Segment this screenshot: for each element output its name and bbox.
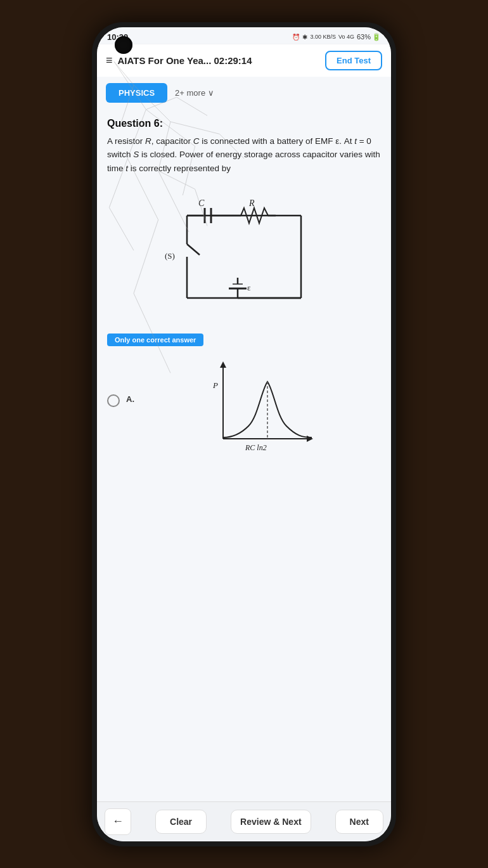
alarm-icon: ⏰ [292, 34, 300, 41]
menu-icon[interactable]: ≡ [106, 54, 113, 67]
battery-icon: 🔋 [372, 33, 381, 41]
svg-text:RC ln2: RC ln2 [245, 443, 267, 452]
camera-hole [115, 36, 132, 54]
tabs-bar: PHYSICS 2+ more ∨ [97, 77, 391, 109]
option-a-row[interactable]: A. [107, 356, 381, 458]
main-content: Question 6: A resistor R, capacitor C is… [97, 109, 391, 801]
svg-text:ε: ε [247, 283, 251, 292]
bluetooth-icon: ✱ [302, 34, 307, 41]
back-icon: ← [112, 815, 124, 828]
question-text: A resistor R, capacitor C is connected w… [107, 134, 381, 176]
option-a-label: A. [126, 394, 134, 404]
header-left: ≡ AIATS For One Yea... 02:29:14 [106, 54, 252, 67]
next-button[interactable]: Next [335, 810, 383, 834]
clear-button[interactable]: Clear [155, 810, 207, 834]
question-number: Question 6: [107, 118, 381, 129]
status-bar: 10:39 ⏰ ✱ 3.00 KB/S Vo 4G 63% 🔋 [97, 27, 391, 44]
circuit-svg: C R ε [149, 184, 339, 323]
app-header: ≡ AIATS For One Yea... 02:29:14 End Test [97, 44, 391, 77]
tab-more[interactable]: 2+ more ∨ [175, 88, 214, 98]
status-icons: ⏰ ✱ 3.00 KB/S Vo 4G 63% 🔋 [292, 33, 381, 41]
option-a-radio[interactable] [107, 394, 120, 407]
tab-physics[interactable]: PHYSICS [106, 83, 167, 103]
back-button[interactable]: ← [105, 808, 131, 835]
header-title: AIATS For One Yea... 02:29:14 [118, 55, 252, 66]
battery-level: 63% 🔋 [357, 33, 381, 41]
option-a-graph: P RC ln2 [141, 356, 381, 458]
graph-svg: P RC ln2 [198, 356, 324, 458]
svg-text:(S): (S) [165, 251, 175, 261]
svg-line-4 [187, 244, 200, 255]
answer-type-badge: Only one correct answer [107, 334, 203, 346]
review-next-button[interactable]: Review & Next [231, 810, 311, 834]
circuit-diagram: C R ε [107, 184, 381, 323]
svg-text:R: R [248, 198, 255, 208]
network-speed: 3.00 KB/S [310, 34, 336, 40]
signal-type: Vo 4G [338, 34, 354, 40]
bottom-nav: ← Clear Review & Next Next [97, 801, 391, 841]
chevron-down-icon: ∨ [208, 88, 214, 98]
svg-text:C: C [198, 198, 205, 208]
tab-more-label: 2+ more [175, 88, 205, 98]
svg-marker-22 [220, 361, 226, 368]
svg-marker-24 [307, 436, 313, 442]
svg-text:P: P [212, 380, 218, 390]
end-test-button[interactable]: End Test [325, 51, 382, 70]
